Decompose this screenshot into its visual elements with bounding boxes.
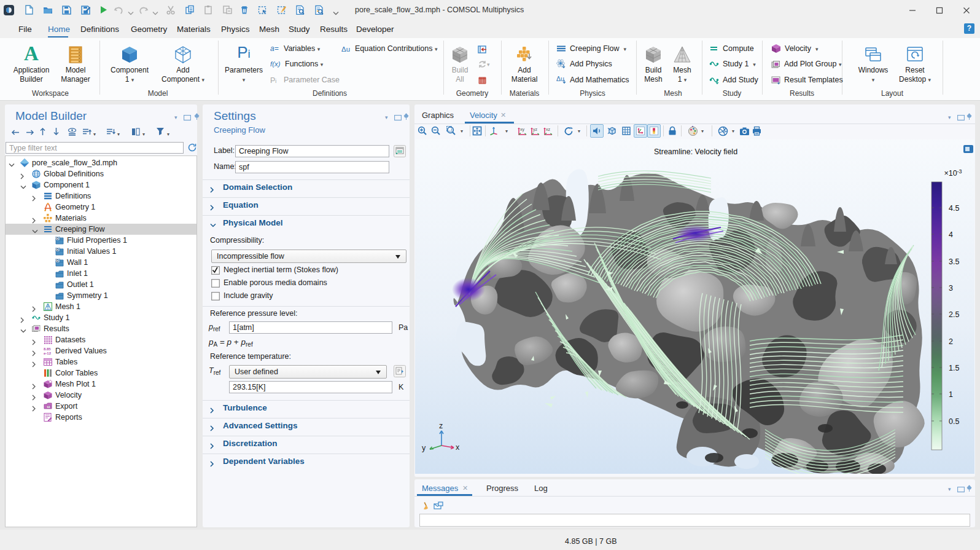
svg-text:xy: xy (520, 127, 525, 132)
svg-text:z: z (439, 422, 443, 430)
svg-text:xz: xz (546, 127, 551, 132)
svg-text:0.5: 0.5 (949, 417, 959, 426)
svg-text:3.5: 3.5 (949, 257, 959, 266)
svg-text:4: 4 (949, 230, 953, 239)
svg-text:Pi: Pi (270, 76, 276, 84)
svg-text:x: x (456, 443, 460, 452)
svg-text:8.85: 8.85 (44, 347, 51, 351)
svg-text:yz: yz (533, 127, 538, 132)
svg-text:D: D (56, 237, 59, 240)
svg-text:1: 1 (949, 390, 953, 399)
svg-text:2.5: 2.5 (949, 310, 959, 319)
svg-text:y: y (422, 444, 426, 452)
svg-text:3: 3 (949, 284, 953, 293)
svg-text:1.5: 1.5 (949, 364, 959, 372)
svg-text:a=: a= (270, 44, 279, 53)
svg-text:2: 2 (949, 337, 953, 346)
svg-text:e-12: e-12 (44, 352, 52, 355)
svg-text:Δu: Δu (556, 75, 564, 82)
svg-text:D: D (56, 259, 59, 262)
svg-text:IMG: IMG (47, 406, 52, 408)
svg-text:f(x): f(x) (270, 60, 281, 68)
svg-text:Δu: Δu (341, 45, 350, 53)
svg-text:Streamline: Velocity field: Streamline: Velocity field (654, 147, 737, 156)
svg-text:D: D (56, 248, 59, 251)
svg-text:4.5: 4.5 (949, 204, 959, 213)
